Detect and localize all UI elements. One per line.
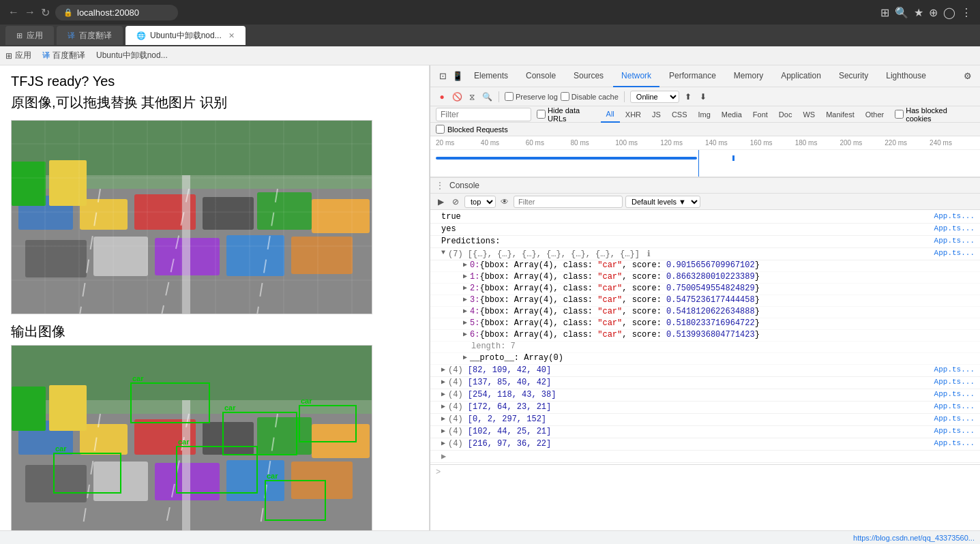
arr6-expand[interactable]: ▶ bbox=[441, 427, 445, 435]
reload-button[interactable]: ↻ bbox=[41, 6, 50, 19]
filter-xhr[interactable]: XHR bbox=[620, 106, 647, 123]
tab-application[interactable]: Application bbox=[773, 65, 829, 87]
disable-cache-checkbox[interactable]: Disable cache bbox=[561, 92, 619, 101]
info-icon: ℹ bbox=[647, 250, 651, 259]
input-image[interactable] bbox=[11, 120, 372, 314]
context-select[interactable]: top bbox=[464, 196, 496, 208]
filter-css[interactable]: CSS bbox=[666, 106, 693, 123]
import-button[interactable]: ⬆ bbox=[682, 91, 694, 103]
array-child-3: ▶ 3: {bbox: Array(4), class: "car", scor… bbox=[430, 295, 980, 307]
devtools-device-icon[interactable]: 📱 bbox=[451, 70, 464, 83]
levels-select[interactable]: Default levels ▼ bbox=[625, 196, 700, 208]
tab-sources[interactable]: Sources bbox=[565, 65, 612, 87]
child-expand-4[interactable]: ▶ bbox=[463, 307, 467, 315]
devtools-inspect-icon[interactable]: ⊡ bbox=[436, 70, 449, 83]
expand-triangle[interactable]: ▼ bbox=[441, 249, 445, 256]
console-yes-source[interactable]: App.ts... bbox=[934, 224, 975, 232]
arr5-expand[interactable]: ▶ bbox=[441, 414, 445, 423]
arr3-expand[interactable]: ▶ bbox=[441, 390, 445, 398]
extension-icon[interactable]: ⊕ bbox=[929, 6, 938, 19]
proto-expand[interactable]: ▶ bbox=[463, 353, 467, 361]
console-array-text: (7) [{…}, {…}, {…}, {…}, {…}, {…}, {…}] … bbox=[448, 249, 934, 259]
devtools-settings-icon[interactable]: ⚙ bbox=[961, 70, 975, 83]
eye-icon[interactable]: 👁 bbox=[499, 196, 511, 208]
bookmark-apps[interactable]: ⊞ 应用 bbox=[5, 50, 31, 61]
console-predictions-source[interactable]: App.ts... bbox=[934, 237, 975, 245]
clear-button[interactable]: 🚫 bbox=[451, 91, 463, 103]
zoom-icon[interactable]: 🔍 bbox=[895, 6, 908, 19]
arr2-expand[interactable]: ▶ bbox=[441, 378, 445, 386]
child-val-0: {bbox: Array(4), class: "car", score: 0.… bbox=[479, 260, 759, 270]
bookmark-baidu[interactable]: 译 百度翻译 bbox=[42, 50, 85, 61]
address-bar[interactable]: 🔒 localhost:20080 bbox=[55, 5, 178, 20]
cast-icon[interactable]: ⊞ bbox=[880, 6, 889, 19]
toolbar-divider bbox=[499, 91, 499, 102]
filter-toggle-button[interactable]: ⧖ bbox=[466, 91, 478, 103]
child-expand-5[interactable]: ▶ bbox=[463, 318, 467, 327]
child-expand-2[interactable]: ▶ bbox=[463, 284, 467, 292]
console-entry-array[interactable]: ▼ (7) [{…}, {…}, {…}, {…}, {…}, {…}, {…}… bbox=[430, 248, 980, 260]
arr2-source[interactable]: App.ts... bbox=[934, 378, 975, 386]
timeline-cursor bbox=[698, 150, 699, 177]
tab-performance[interactable]: Performance bbox=[661, 65, 724, 87]
filter-img[interactable]: Img bbox=[693, 106, 716, 123]
throttle-select[interactable]: Online Fast 3G Slow 3G bbox=[630, 91, 679, 103]
tfjs-ready-text: TFJS ready? Yes bbox=[11, 74, 418, 89]
tab-ubuntu[interactable]: 🌐 Ubuntu中卸载nod... ✕ bbox=[125, 26, 246, 45]
output-image[interactable]: car car car car car car bbox=[11, 345, 372, 530]
arr1-source[interactable]: App.ts... bbox=[934, 365, 975, 374]
filter-other[interactable]: Other bbox=[860, 106, 890, 123]
filter-manifest[interactable]: Manifest bbox=[820, 106, 860, 123]
tab-apps[interactable]: ⊞ 应用 bbox=[5, 26, 54, 45]
block-icon[interactable]: ⊘ bbox=[449, 196, 462, 208]
arr4-expand[interactable]: ▶ bbox=[441, 402, 445, 410]
svg-rect-27 bbox=[257, 417, 312, 455]
filter-input[interactable] bbox=[436, 108, 531, 121]
arr1-expand[interactable]: ▶ bbox=[441, 365, 445, 374]
profile-icon[interactable]: ◯ bbox=[943, 6, 955, 19]
filter-ws[interactable]: WS bbox=[797, 106, 820, 123]
tab-baidu[interactable]: 译 百度翻译 bbox=[57, 26, 123, 45]
child-expand-3[interactable]: ▶ bbox=[463, 295, 467, 303]
filter-media[interactable]: Media bbox=[716, 106, 747, 123]
filter-font[interactable]: Font bbox=[747, 106, 773, 123]
tab-console[interactable]: Console bbox=[518, 65, 564, 87]
tab-memory[interactable]: Memory bbox=[726, 65, 771, 87]
child-expand-6[interactable]: ▶ bbox=[463, 330, 467, 338]
has-blocked-cookies-checkbox[interactable]: Has blocked cookies bbox=[895, 106, 975, 123]
preserve-log-checkbox[interactable]: Preserve log bbox=[505, 92, 558, 101]
search-button[interactable]: 🔍 bbox=[481, 91, 493, 103]
console-array-source[interactable]: App.ts... bbox=[934, 249, 975, 257]
child-expand-1[interactable]: ▶ bbox=[463, 272, 467, 280]
console-filter-input[interactable] bbox=[514, 196, 623, 208]
tab-close-icon[interactable]: ✕ bbox=[228, 31, 235, 40]
filter-all[interactable]: All bbox=[601, 106, 620, 123]
arr5-source[interactable]: App.ts... bbox=[934, 414, 975, 423]
arr7-source[interactable]: App.ts... bbox=[934, 439, 975, 447]
back-button[interactable]: ← bbox=[8, 6, 19, 18]
tab-network[interactable]: Network bbox=[613, 65, 659, 87]
arr6-source[interactable]: App.ts... bbox=[934, 427, 975, 435]
filter-js[interactable]: JS bbox=[647, 106, 666, 123]
blocked-requests-checkbox[interactable] bbox=[436, 125, 445, 134]
arr4-source[interactable]: App.ts... bbox=[934, 402, 975, 410]
bookmark-ubuntu[interactable]: Ubuntu中卸载nod... bbox=[96, 50, 168, 61]
execute-icon[interactable]: ▶ bbox=[434, 196, 447, 208]
console-input-field[interactable] bbox=[445, 468, 975, 477]
child-expand-0[interactable]: ▶ bbox=[463, 260, 467, 269]
bookmark-icon[interactable]: ★ bbox=[914, 6, 923, 19]
child-key-2: 2: bbox=[470, 284, 479, 293]
tab-lighthouse[interactable]: Lighthouse bbox=[878, 65, 934, 87]
export-button[interactable]: ⬇ bbox=[697, 91, 709, 103]
console-true-source[interactable]: App.ts... bbox=[934, 212, 975, 220]
tab-elements[interactable]: Elements bbox=[466, 65, 516, 87]
forward-button[interactable]: → bbox=[25, 6, 35, 18]
hide-data-urls-checkbox[interactable]: Hide data URLs bbox=[537, 106, 601, 123]
array-length: length: 7 bbox=[430, 342, 980, 353]
menu-icon[interactable]: ⋮ bbox=[961, 6, 972, 19]
filter-doc[interactable]: Doc bbox=[773, 106, 798, 123]
tab-security[interactable]: Security bbox=[831, 65, 876, 87]
record-button[interactable]: ● bbox=[436, 91, 448, 103]
arr7-expand[interactable]: ▶ bbox=[441, 439, 445, 447]
arr3-source[interactable]: App.ts... bbox=[934, 390, 975, 398]
